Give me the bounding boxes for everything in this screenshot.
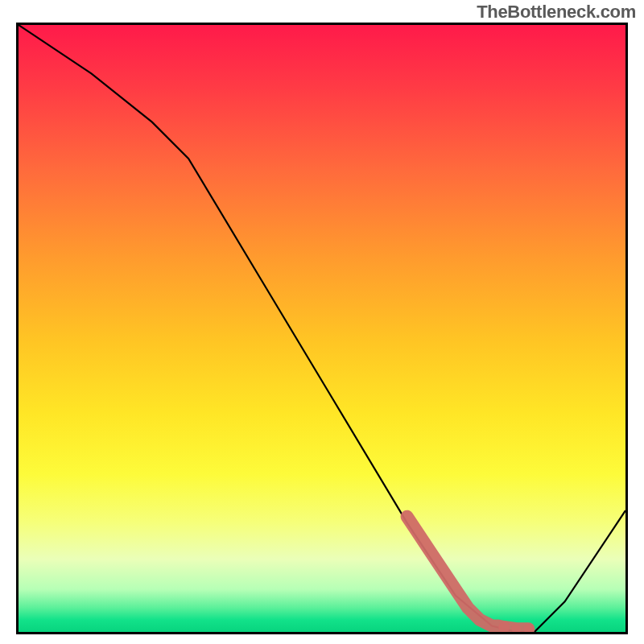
chart-svg — [19, 25, 625, 632]
plot-area — [16, 23, 628, 634]
chart-frame: TheBottleneck.com — [0, 0, 644, 644]
watermark-label: TheBottleneck.com — [477, 2, 636, 23]
bottleneck-curve — [19, 25, 625, 632]
highlight-stroke — [407, 517, 529, 630]
